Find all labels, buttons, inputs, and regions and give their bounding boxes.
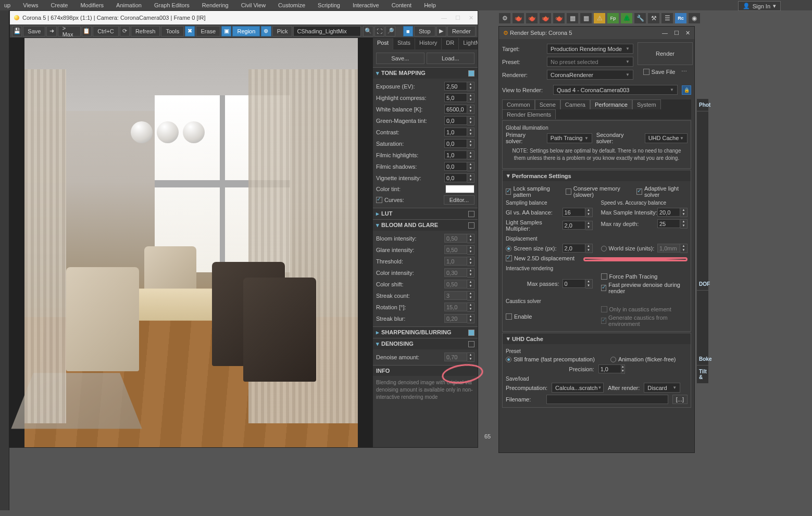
lsm-spinner[interactable]: ▲▼ [563,221,593,230]
denoise-checkbox[interactable] [468,341,474,347]
arrow-icon[interactable]: ➜ [46,26,56,36]
browse-button[interactable]: [...] [672,395,688,404]
refresh-button[interactable]: Refresh [131,26,160,36]
tab-common[interactable]: Common [502,99,535,109]
render-viewport[interactable] [10,38,372,447]
tool-icon[interactable]: ◉ [688,12,701,24]
save-icon[interactable]: 💾 [12,26,22,36]
erase-button[interactable]: Erase [196,26,220,36]
render-button[interactable]: Render [638,42,693,65]
tree-icon[interactable]: 🌲 [620,12,633,24]
fs-spinner[interactable]: ▲▼ [444,162,474,171]
savefile-checkbox[interactable] [643,69,649,75]
curves-editor-button[interactable]: Editor... [444,195,474,205]
rc-tilt[interactable]: Tilt & [697,366,708,384]
uhd-rollout-header[interactable]: ▾UHD Cache [503,333,691,344]
mrd-spinner[interactable]: ▲▼ [657,219,688,229]
menu-item[interactable]: Graph Editors [154,2,190,8]
threshold-spinner[interactable]: ▲▼ [444,257,474,266]
tab-performance[interactable]: Performance [590,99,632,109]
color-shift-spinner[interactable]: ▲▼ [444,280,474,289]
tools-button[interactable]: Tools [161,26,184,36]
color-int-spinner[interactable]: ▲▼ [444,268,474,278]
rotation-spinner[interactable]: ▲▼ [444,303,474,312]
gi-aa-spinner[interactable]: ▲▼ [563,208,593,217]
sat-spinner[interactable]: ▲▼ [444,139,474,148]
als-checkbox[interactable] [636,188,642,195]
target-dropdown[interactable]: Production Rendering Mode▼ [547,44,633,54]
erase-icon[interactable]: ✖ [185,26,195,36]
more-icon[interactable]: ⋯ [681,68,687,75]
close-icon[interactable]: ✕ [685,30,690,36]
rs-titlebar[interactable]: ⚙ Render Setup: Corona 5 —☐✕ [499,27,694,39]
fpd-checkbox[interactable] [601,285,607,291]
signin-button[interactable]: 👤Sign In▾ [738,1,781,11]
grid-icon[interactable]: ▦ [566,12,579,24]
menu-item[interactable]: Content [392,2,412,8]
tone-mapping-header[interactable]: ▾TONE MAPPING [373,68,478,79]
warning-icon[interactable]: ⚠ [593,12,606,24]
rc-boke[interactable]: Boke [697,353,708,366]
anim-radio[interactable] [610,357,616,362]
menu-item[interactable]: Customize [278,2,305,8]
precision-spinner[interactable]: ▲▼ [598,364,624,374]
tab-stats[interactable]: Stats [393,38,415,49]
menu-item[interactable]: Rendering [202,2,229,8]
denoise-amt-spinner[interactable]: ▲▼ [444,353,474,362]
zoom-in-icon[interactable]: 🔍 [363,26,373,36]
n25d-checkbox[interactable] [506,255,512,261]
menu-item[interactable]: Views [23,2,38,8]
menu-item[interactable]: Civil View [241,2,266,8]
after-render-dropdown[interactable]: Discard▼ [644,383,680,393]
rc-dof[interactable]: DOF [697,278,708,291]
maximize-icon[interactable]: ☐ [455,15,460,21]
refresh-icon[interactable]: ⟳ [120,26,130,36]
wrench-icon[interactable]: 🔧 [634,12,646,24]
world-size-spinner[interactable]: ▲▼ [657,244,688,253]
menu-item[interactable]: Scripting [318,2,340,8]
tool-icon[interactable]: ⚒ [647,12,660,24]
filename-input[interactable] [546,395,668,404]
tab-dr[interactable]: DR [442,38,459,49]
play-icon[interactable]: ▶ [436,26,446,36]
tool-icon[interactable]: ⚙ [498,12,511,24]
fpt-checkbox[interactable] [601,273,607,280]
teapot-icon[interactable]: 🫖 [553,12,565,24]
bloom-int-spinner[interactable]: ▲▼ [444,234,474,243]
tab-post[interactable]: Post [373,38,393,49]
pick-crosshair-icon[interactable]: ⊕ [261,26,271,36]
still-radio[interactable] [506,357,511,362]
precomp-dropdown[interactable]: Calcula...scratch▼ [552,383,604,393]
screen-size-spinner[interactable]: ▲▼ [563,244,593,253]
menu-item[interactable]: up [4,2,10,8]
minimize-icon[interactable]: — [662,30,668,36]
renderer-dropdown[interactable]: CoronaRenderer▼ [547,70,633,80]
gm-spinner[interactable]: ▲▼ [444,116,474,125]
wb-spinner[interactable]: ▲▼ [444,105,474,114]
pick-button[interactable]: Pick [272,26,293,36]
sharpen-header[interactable]: ▸SHARPENING/BLURRING [373,327,478,338]
tab-system[interactable]: System [632,99,661,109]
rc-phot[interactable]: Phot [697,99,708,111]
grid-icon[interactable]: ▦ [580,12,592,24]
maximize-icon[interactable]: ☐ [674,30,679,36]
tint-color[interactable] [445,185,474,193]
bloom-checkbox[interactable] [468,222,474,229]
curves-checkbox[interactable] [376,197,382,203]
close-icon[interactable]: ✕ [469,15,473,21]
list-icon[interactable]: ☰ [661,12,673,24]
conserve-mem-checkbox[interactable] [566,188,571,195]
menu-item[interactable]: Animation [116,2,142,8]
rc-icon[interactable]: Rc [674,12,687,24]
tab-lightmix[interactable]: LightMix [459,38,478,49]
menu-item[interactable]: Interactive [353,2,379,8]
menu-item[interactable]: Modifiers [80,2,104,8]
glare-int-spinner[interactable]: ▲▼ [444,245,474,255]
ctrlc-button[interactable]: Ctrl+C [93,26,118,36]
copy-icon[interactable]: 📋 [82,26,92,36]
tone-enable-checkbox[interactable] [468,70,474,77]
highlight-spinner[interactable]: ▲▼ [444,93,474,103]
fh-spinner[interactable]: ▲▼ [444,150,474,160]
lut-header[interactable]: ▸LUT [373,208,478,219]
perf-rollout-header[interactable]: ▾Performance Settings [503,170,691,181]
